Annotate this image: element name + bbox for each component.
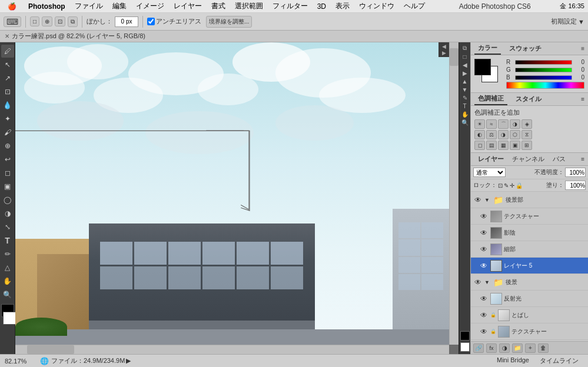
adj-photofilter[interactable]: ⬡ <box>510 130 520 139</box>
layer-item-bg[interactable]: 👁 ▼ 📁 後景 <box>471 274 588 291</box>
tool-eyedropper[interactable]: 💧 <box>1 99 14 112</box>
layer-item-layer5[interactable]: 👁 レイヤー 5 <box>471 258 588 274</box>
tool-direct-select[interactable]: ↗ <box>1 72 14 85</box>
canvas-document[interactable] <box>15 42 449 345</box>
delete-layer-btn[interactable]: 🗑 <box>538 343 549 353</box>
tab-timeline[interactable]: タイムライン <box>535 356 583 366</box>
adj-blackwhite[interactable]: ◑ <box>498 130 509 139</box>
menu-window[interactable]: ウィンドウ <box>354 0 399 12</box>
tab-color[interactable]: カラー <box>474 42 501 55</box>
adj-hsl[interactable]: ◐ <box>474 130 485 139</box>
tab-mini-bridge[interactable]: Mini Bridge <box>492 356 534 366</box>
mini-tool-5[interactable]: ▲ <box>462 78 468 85</box>
b-slider[interactable] <box>515 75 572 80</box>
canvas-tool-1[interactable]: ◀ <box>442 44 446 49</box>
toolbar-icon-2[interactable]: ⊕ <box>42 16 52 26</box>
vscroll-thumb[interactable] <box>450 48 459 66</box>
layer-vis-bg[interactable]: 👁 <box>473 278 483 287</box>
adj-invert[interactable]: ◻ <box>474 141 485 150</box>
menu-type[interactable]: 書式 <box>207 0 230 12</box>
tool-text[interactable]: T <box>1 234 14 247</box>
layer-vis-texture1[interactable]: 👁 <box>479 212 489 221</box>
mini-tool-9[interactable]: ✋ <box>461 111 469 118</box>
new-layer-btn[interactable]: + <box>525 343 536 353</box>
r-slider[interactable] <box>515 60 572 65</box>
menu-file[interactable]: ファイル <box>70 0 108 12</box>
lock-position-icon[interactable]: ✛ <box>510 182 514 189</box>
add-fx-btn[interactable]: fx <box>486 343 497 353</box>
foreground-color[interactable] <box>474 59 491 75</box>
layer-item-shadow[interactable]: 👁 影陰 <box>471 225 588 241</box>
mini-tool-3[interactable]: ◀ <box>463 62 467 68</box>
bg-swatch-mini[interactable] <box>460 342 470 352</box>
tool-dodge[interactable]: ◑ <box>1 207 14 220</box>
new-group-btn[interactable]: 📁 <box>512 343 523 353</box>
menu-3d[interactable]: 3D <box>313 0 331 12</box>
tab-swatches[interactable]: スウォッチ <box>506 43 545 54</box>
g-slider[interactable] <box>515 68 572 72</box>
mini-tool-8[interactable]: T <box>463 103 466 109</box>
menu-edit[interactable]: 編集 <box>108 0 131 12</box>
fg-swatch-mini[interactable] <box>460 331 470 341</box>
expand-bg-parts[interactable]: ▼ <box>484 197 490 203</box>
bg-color-swatch[interactable] <box>3 312 16 325</box>
tool-select[interactable]: ↖ <box>1 58 14 71</box>
adj-chanmixer[interactable]: ⧖ <box>521 130 532 139</box>
menu-select[interactable]: 選択範囲 <box>230 0 268 12</box>
toolbar-icon-3[interactable]: ⊡ <box>55 16 65 26</box>
mini-tool-1[interactable]: ⧉ <box>463 45 467 52</box>
preset-dropdown[interactable]: 初期設定 ▼ <box>551 17 584 26</box>
layer-vis-skip[interactable]: 👁 <box>479 311 489 320</box>
tab-layers[interactable]: レイヤー <box>474 154 507 164</box>
adj-posterize[interactable]: ▤ <box>486 141 497 150</box>
blend-mode-dropdown[interactable]: 通常 <box>473 168 506 177</box>
layer-vis-texture2[interactable]: 👁 <box>479 327 489 336</box>
hscroll-thumb[interactable] <box>27 345 74 354</box>
layer-vis-bg-parts[interactable]: 👁 <box>473 195 483 205</box>
tab-channels[interactable]: チャンネル <box>509 154 548 164</box>
tool-stamp[interactable]: ⊕ <box>1 139 14 152</box>
status-arrow[interactable]: ▶ <box>126 357 131 365</box>
canvas-tool-2[interactable]: ▶ <box>442 50 446 56</box>
tool-zoom[interactable]: 🔍 <box>1 288 14 301</box>
tool-options-btn[interactable]: ⌨ <box>4 16 21 27</box>
lock-all-icon[interactable]: 🔒 <box>516 182 523 189</box>
layer-item-skip[interactable]: 👁 🔒 とばし <box>471 307 588 323</box>
lock-image-icon[interactable]: ✎ <box>504 182 509 189</box>
mini-tool-2[interactable]: □ <box>463 54 466 60</box>
apple-menu[interactable]: 🍎 <box>0 2 24 11</box>
antialias-check[interactable]: アンチエリアス <box>147 17 201 26</box>
menu-view[interactable]: 表示 <box>331 0 354 12</box>
adj-colorbalance[interactable]: ⚖ <box>486 130 497 139</box>
menu-image[interactable]: イメージ <box>131 0 169 12</box>
layer-vis-details[interactable]: 👁 <box>479 245 489 254</box>
tool-history[interactable]: ↩ <box>1 153 14 166</box>
adj-exposure[interactable]: ◑ <box>510 119 520 129</box>
doc-close-btn[interactable]: ✕ <box>5 33 9 39</box>
adj-threshold[interactable]: ▦ <box>498 141 509 150</box>
mini-tool-10[interactable]: 🔍 <box>461 119 469 126</box>
layer-vis-reflect[interactable]: 👁 <box>479 294 489 303</box>
tool-pen2[interactable]: ✏ <box>1 248 14 261</box>
opacity-input[interactable] <box>565 168 586 177</box>
toolbar-icon-4[interactable]: ⧉ <box>68 16 78 27</box>
tool-eraser[interactable]: ◻ <box>1 166 14 179</box>
adj-levels[interactable]: ≈ <box>486 119 497 129</box>
toolbar-icon-1[interactable]: □ <box>30 16 39 26</box>
add-link-btn[interactable]: 🔗 <box>473 343 484 353</box>
tab-adjustments[interactable]: 色調補正 <box>474 93 507 105</box>
menu-layer[interactable]: レイヤー <box>169 0 207 12</box>
vertical-scrollbar[interactable] <box>449 42 459 345</box>
layer-item-texture2[interactable]: 👁 🔒 テクスチャー <box>471 323 588 340</box>
app-name[interactable]: Photoshop <box>24 2 70 11</box>
tool-crop[interactable]: ⊡ <box>1 85 14 98</box>
mini-tool-6[interactable]: ▼ <box>462 86 468 93</box>
mini-tool-4[interactable]: ▶ <box>463 70 467 76</box>
layer-item-details[interactable]: 👁 細部 <box>471 241 588 258</box>
tool-shape[interactable]: △ <box>1 261 14 274</box>
layer-item-texture1[interactable]: 👁 テクスチャー <box>471 208 588 225</box>
adj-panel-collapse[interactable]: ≡ <box>581 96 584 102</box>
layer-item-reflect[interactable]: 👁 反射光 <box>471 291 588 307</box>
layer-vis-layer5[interactable]: 👁 <box>479 261 489 271</box>
lock-transparent-icon[interactable]: ⊡ <box>498 182 503 189</box>
